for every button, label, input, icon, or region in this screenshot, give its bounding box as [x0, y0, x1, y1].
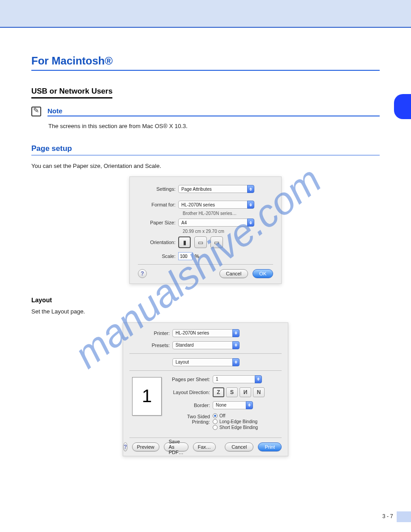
- select-arrow-icon: [247, 201, 254, 209]
- help-button[interactable]: ?: [123, 442, 127, 451]
- note-body: The screens in this section are from Mac…: [48, 122, 380, 131]
- radio-icon: [213, 425, 218, 430]
- layout-bold-label: Layout: [31, 296, 380, 304]
- divider: [138, 264, 273, 265]
- format-for-label: Format for:: [138, 202, 178, 207]
- select-arrow-icon: [247, 185, 254, 193]
- help-button[interactable]: ?: [138, 269, 147, 278]
- preview-number: 1: [142, 386, 152, 406]
- border-select[interactable]: None: [213, 401, 253, 409]
- cancel-button[interactable]: Cancel: [219, 269, 248, 278]
- printer-label: Printer:: [129, 330, 172, 336]
- note-row: Note: [31, 107, 380, 116]
- orientation-label: Orientation:: [138, 240, 178, 245]
- radio-icon: [213, 419, 218, 424]
- presets-label: Presets:: [129, 343, 172, 348]
- print-button[interactable]: Print: [258, 442, 282, 451]
- two-sided-label: Two Sided Printing:: [168, 413, 213, 425]
- layout-body: Set the Layout page.: [31, 307, 380, 316]
- ok-button[interactable]: OK: [253, 269, 273, 278]
- page-corner-block: [397, 511, 411, 522]
- scale-percent: %: [195, 253, 199, 259]
- settings-value: Page Attributes: [181, 187, 212, 192]
- pages-per-sheet-select[interactable]: 1: [213, 375, 262, 383]
- paper-size-value: A4: [181, 220, 187, 225]
- select-arrow-icon: [232, 329, 240, 337]
- settings-label: Settings:: [138, 186, 178, 192]
- select-arrow-icon: [232, 341, 240, 349]
- landscape-right-icon: ▭: [214, 239, 219, 246]
- printer-value: HL-2070N series: [176, 330, 209, 335]
- paper-size-subtext: 20.99 cm x 29.70 cm: [183, 229, 273, 234]
- format-for-select[interactable]: HL-2070N series: [178, 201, 254, 209]
- printer-select[interactable]: HL-2070N series: [172, 329, 240, 337]
- preview-button[interactable]: Preview: [132, 442, 159, 451]
- save-as-pdf-button[interactable]: Save As PDF…: [164, 442, 188, 451]
- pages-per-sheet-label: Pages per Sheet:: [168, 377, 213, 382]
- orientation-landscape-right-button[interactable]: ▭: [210, 236, 223, 248]
- layout-direction-label: Layout Direction:: [168, 390, 213, 395]
- layout-dir-3-button[interactable]: И: [240, 387, 251, 397]
- heading-usb-network: USB or Network Users: [31, 87, 112, 99]
- select-arrow-icon: [246, 401, 253, 409]
- presets-value: Standard: [176, 343, 194, 348]
- select-arrow-icon: [255, 375, 262, 383]
- divider: [129, 370, 282, 371]
- scale-label: Scale:: [138, 253, 178, 259]
- two-sided-short-radio[interactable]: Short Edge Binding: [213, 425, 258, 430]
- paper-size-label: Paper Size:: [138, 220, 178, 225]
- landscape-left-icon: ▭: [198, 239, 203, 246]
- orientation-landscape-left-button[interactable]: ▭: [194, 236, 207, 248]
- portrait-icon: ▮: [183, 239, 186, 246]
- two-sided-long-radio[interactable]: Long-Edge Binding: [213, 419, 258, 424]
- panel-value: Layout: [176, 360, 189, 365]
- page-content: For Macintosh® USB or Network Users Note…: [0, 55, 411, 456]
- format-for-subtext: Brother HL-2070N series…: [183, 211, 273, 216]
- note-label: Note: [47, 107, 380, 116]
- divider: [129, 353, 282, 354]
- fax-button[interactable]: Fax…: [193, 442, 216, 451]
- page-preview-wrap: 1: [129, 375, 162, 435]
- layout-dir-1-button[interactable]: Z: [213, 387, 224, 397]
- page-preview: 1: [132, 377, 162, 416]
- border-label: Border:: [168, 403, 213, 408]
- layout-dir-4-button[interactable]: N: [253, 387, 265, 397]
- note-icon: [31, 107, 41, 116]
- print-dialog: Printer: HL-2070N series Presets: Standa…: [123, 322, 288, 456]
- orientation-portrait-button[interactable]: ▮: [178, 236, 191, 248]
- pages-per-sheet-value: 1: [216, 377, 218, 382]
- settings-select[interactable]: Page Attributes: [178, 185, 254, 193]
- body-page-setup: You can set the Paper size, Orientation …: [31, 162, 380, 171]
- select-arrow-icon: [247, 219, 254, 227]
- panel-select[interactable]: Layout: [172, 358, 240, 366]
- heading-page-setup: Page setup: [31, 144, 380, 155]
- paper-size-select[interactable]: A4: [178, 219, 254, 227]
- layout-dir-2-button[interactable]: S: [226, 387, 238, 397]
- format-for-value: HL-2070N series: [181, 202, 215, 207]
- heading-macintosh: For Macintosh®: [31, 55, 380, 71]
- radio-icon: [213, 413, 218, 418]
- page-setup-dialog: Settings: Page Attributes Format for: HL…: [129, 176, 282, 284]
- scale-input[interactable]: 100: [178, 252, 193, 260]
- side-tab: [394, 94, 411, 119]
- two-sided-off-radio[interactable]: Off: [213, 413, 258, 418]
- page-number: 3 - 7: [382, 513, 393, 519]
- divider: [129, 438, 282, 438]
- border-value: None: [216, 403, 227, 408]
- cancel-button[interactable]: Cancel: [225, 442, 253, 451]
- presets-select[interactable]: Standard: [172, 341, 240, 349]
- top-banner: [0, 0, 411, 28]
- select-arrow-icon: [232, 358, 240, 366]
